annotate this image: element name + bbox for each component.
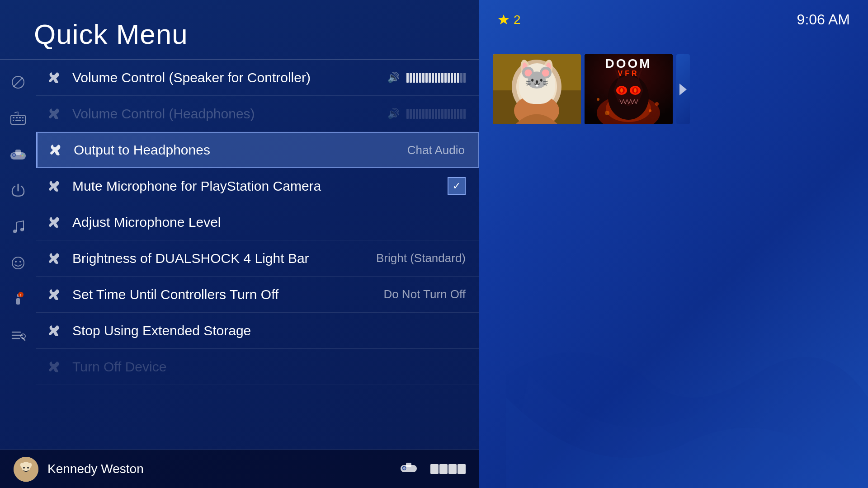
battery-seg-1 — [430, 464, 439, 474]
time-display: 9:06 AM — [797, 11, 850, 28]
svg-point-80 — [634, 88, 637, 93]
svg-text:DOOM: DOOM — [605, 56, 651, 70]
menu-item-label-output: Output to Headphones — [74, 142, 407, 158]
svg-point-21 — [13, 230, 17, 233]
wrench-icon-3 — [47, 141, 65, 159]
svg-point-15 — [13, 155, 14, 156]
svg-rect-27 — [16, 298, 20, 305]
menu-item-volume-headphones[interactable]: Volume Control (Headphones) 🔊 — [36, 96, 479, 132]
svg-point-25 — [19, 261, 21, 263]
left-panel: Quick Menu — [0, 0, 479, 488]
svg-point-23 — [12, 257, 24, 269]
menu-item-label-timeout: Set Time Until Controllers Turn Off — [72, 287, 383, 302]
svg-point-40 — [27, 467, 29, 469]
svg-marker-87 — [679, 84, 687, 95]
volume-bar-2 — [406, 109, 466, 119]
menu-item-label-mic-level: Adjust Microphone Level — [72, 215, 466, 230]
right-panel: 2 9:06 AM — [479, 0, 868, 488]
menu-item-mute-mic[interactable]: Mute Microphone for PlayStation Camera ✓ — [36, 168, 479, 204]
menu-item-value-timeout: Do Not Turn Off — [383, 287, 466, 301]
sidebar-item-emoji[interactable] — [0, 245, 36, 281]
controller-bottom-icon — [400, 461, 418, 477]
checkbox-mute[interactable]: ✓ — [448, 177, 466, 195]
svg-point-55 — [522, 62, 529, 75]
page-title: Quick Menu — [34, 18, 452, 50]
volume-icon-1: 🔊 — [387, 72, 400, 84]
menu-item-value-brightness: Bright (Standard) — [376, 251, 466, 265]
battery-indicator — [430, 464, 466, 474]
menu-item-label-turnoff: Turn Off Device — [72, 359, 466, 375]
svg-rect-3 — [13, 117, 14, 118]
content-area: ! Volu — [0, 60, 479, 450]
game-thumbnails: DOOM VFR — [493, 54, 690, 124]
right-topbar: 2 9:06 AM — [479, 0, 868, 39]
sidebar-item-quicknav[interactable] — [0, 317, 36, 353]
menu-item-controller-timeout[interactable]: Set Time Until Controllers Turn Off Do N… — [36, 277, 479, 313]
svg-point-22 — [20, 228, 24, 231]
svg-point-19 — [20, 155, 21, 157]
volume-icon-2: 🔊 — [387, 108, 400, 120]
svg-point-24 — [15, 261, 17, 263]
svg-point-79 — [620, 88, 623, 93]
menu-item-label-volume-headphones: Volume Control (Headphones) — [72, 106, 387, 122]
volume-bar-1 — [406, 73, 466, 83]
menu-item-volume-speaker[interactable]: Volume Control (Speaker for Controller) … — [36, 60, 479, 96]
menu-item-mic-level[interactable]: Adjust Microphone Level — [36, 204, 479, 240]
svg-point-53 — [519, 59, 532, 79]
svg-rect-9 — [22, 120, 24, 121]
svg-marker-48 — [498, 14, 509, 24]
sidebar-item-controller[interactable] — [0, 136, 36, 173]
svg-point-57 — [529, 83, 533, 87]
menu-item-brightness[interactable]: Brightness of DUALSHOCK 4 Light Bar Brig… — [36, 240, 479, 277]
svg-text:!: ! — [20, 293, 22, 297]
menu-item-storage[interactable]: Stop Using Extended Storage — [36, 313, 479, 349]
svg-point-56 — [544, 62, 552, 75]
title-area: Quick Menu — [0, 0, 479, 60]
wrench-icon-9 — [45, 358, 63, 376]
menu-item-label-brightness: Brightness of DUALSHOCK 4 Light Bar — [72, 251, 376, 266]
menu-item-value-output: Chat Audio — [407, 143, 465, 157]
game-thumb-moss[interactable] — [493, 54, 581, 124]
game-thumb-doom[interactable]: DOOM VFR — [585, 54, 673, 124]
svg-line-64 — [542, 89, 553, 90]
svg-point-16 — [14, 155, 16, 156]
svg-point-20 — [22, 155, 23, 157]
svg-point-47 — [405, 467, 406, 469]
menu-item-turn-off[interactable]: Turn Off Device — [36, 349, 479, 385]
svg-point-39 — [23, 467, 25, 469]
svg-line-62 — [520, 89, 531, 90]
svg-point-61 — [533, 87, 540, 92]
svg-line-1 — [14, 78, 23, 87]
sidebar-item-music[interactable] — [0, 209, 36, 245]
menu-list: Volume Control (Speaker for Controller) … — [36, 60, 479, 450]
game-thumb-next[interactable] — [676, 54, 690, 124]
svg-point-54 — [542, 59, 554, 79]
username: Kennedy Weston — [47, 462, 391, 476]
battery-seg-3 — [448, 464, 457, 474]
sidebar-item-info[interactable]: ! — [0, 281, 36, 317]
menu-item-label-storage: Stop Using Extended Storage — [72, 323, 466, 338]
svg-rect-5 — [19, 117, 21, 118]
wrench-icon-4 — [45, 177, 63, 195]
svg-rect-4 — [16, 117, 18, 118]
sidebar-item-keyboard[interactable] — [0, 100, 36, 136]
battery-seg-4 — [458, 464, 466, 474]
svg-point-17 — [21, 154, 22, 155]
wrench-icon-7 — [45, 286, 63, 304]
svg-point-83 — [597, 98, 599, 101]
menu-item-label-volume-speaker: Volume Control (Speaker for Controller) — [72, 70, 387, 85]
svg-point-84 — [655, 102, 659, 106]
menu-item-output-headphones[interactable]: Output to Headphones Chat Audio — [36, 132, 479, 168]
wrench-icon-8 — [45, 322, 63, 340]
sidebar-item-power[interactable] — [0, 173, 36, 209]
ps-wave-decoration — [506, 217, 868, 488]
wrench-icon-2 — [45, 105, 63, 123]
wrench-icon-5 — [45, 213, 63, 231]
star-badge: 2 — [497, 13, 521, 27]
svg-point-58 — [540, 83, 544, 87]
avatar — [14, 457, 38, 482]
sidebar-item-slash[interactable] — [0, 64, 36, 100]
svg-point-86 — [649, 109, 651, 112]
star-count: 2 — [514, 13, 521, 27]
svg-rect-7 — [13, 120, 14, 121]
